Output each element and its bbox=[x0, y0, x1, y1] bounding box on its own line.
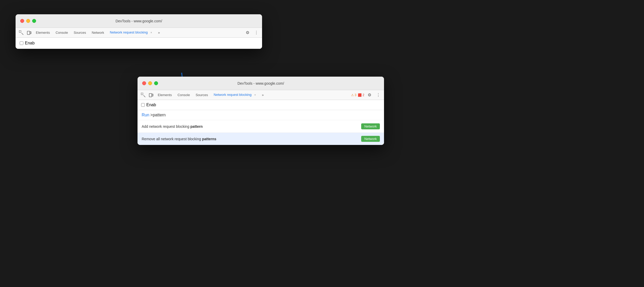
traffic-lights-1 bbox=[16, 19, 36, 23]
svg-rect-2 bbox=[30, 32, 31, 34]
minimize-button-1[interactable] bbox=[26, 19, 30, 23]
minimize-button-2[interactable] bbox=[148, 81, 152, 85]
device-icon-2[interactable] bbox=[147, 91, 155, 99]
traffic-lights-2 bbox=[138, 81, 158, 85]
run-label-2: Run bbox=[142, 113, 149, 117]
tab-elements-1[interactable]: Elements bbox=[33, 30, 52, 36]
tab-console-2[interactable]: Console bbox=[175, 92, 193, 98]
cmd-row-2[interactable]: Remove all network request blocking patt… bbox=[138, 133, 384, 145]
cmd-row-2-text: Remove all network request blocking patt… bbox=[142, 137, 359, 141]
tab-network-request-blocking-2[interactable]: Network request blocking × bbox=[211, 92, 260, 98]
tab-more-1[interactable]: » bbox=[156, 30, 161, 35]
svg-rect-6 bbox=[149, 94, 152, 97]
window-title-2: DevTools - www.google.com/ bbox=[237, 81, 284, 85]
more-button-2[interactable]: ⋮ bbox=[375, 91, 382, 99]
command-palette-2: Run >pattern Add network request blockin… bbox=[138, 110, 384, 145]
cmd-row-1[interactable]: Add network request blocking pattern Net… bbox=[138, 120, 384, 133]
devtools-window-1: DevTools - www.google.com/ Elements Cons… bbox=[16, 14, 262, 49]
tab-network-1[interactable]: Network bbox=[89, 30, 107, 36]
cmd-row-1-text: Add network request blocking pattern bbox=[142, 124, 359, 129]
tab-bar-2: Elements Console Sources Network request… bbox=[138, 90, 384, 100]
close-button-2[interactable] bbox=[142, 81, 146, 85]
tab-more-2[interactable]: » bbox=[260, 92, 265, 97]
enable-label-2: Enab bbox=[146, 103, 156, 107]
error-badge-2: 🟥 2 bbox=[358, 93, 364, 97]
tab-sources-1[interactable]: Sources bbox=[71, 30, 89, 36]
svg-rect-1 bbox=[27, 31, 30, 35]
maximize-button-1[interactable] bbox=[32, 19, 36, 23]
enable-checkbox-area-2: Enab bbox=[141, 103, 156, 107]
device-icon-1[interactable] bbox=[25, 29, 33, 36]
tab-bar-right-2: ⚠ 3 🟥 2 ⚙ ⋮ bbox=[351, 91, 382, 99]
enable-checkbox-2[interactable] bbox=[141, 103, 145, 107]
enable-checkbox-1[interactable] bbox=[20, 41, 23, 45]
error-count-2: 2 bbox=[362, 93, 364, 97]
title-bar-2: DevTools - www.google.com/ bbox=[138, 77, 384, 90]
inspect-icon-1[interactable] bbox=[18, 29, 25, 36]
tab-console-1[interactable]: Console bbox=[53, 30, 71, 36]
maximize-button-2[interactable] bbox=[154, 81, 158, 85]
cmd-row-1-badge: Network bbox=[361, 123, 380, 129]
enable-label-1: Enab bbox=[25, 41, 35, 45]
settings-button-1[interactable]: ⚙ bbox=[244, 29, 251, 36]
enable-checkbox-area-1: Enab bbox=[20, 41, 35, 45]
content-area-1: Enab bbox=[16, 38, 262, 49]
warning-count-2: 3 bbox=[355, 93, 357, 97]
devtools-window-2: DevTools - www.google.com/ Elements Cons… bbox=[138, 77, 384, 145]
content-area-2: Enab bbox=[138, 100, 384, 110]
tab-sources-2[interactable]: Sources bbox=[193, 92, 211, 98]
settings-button-2[interactable]: ⚙ bbox=[366, 91, 373, 99]
inspect-icon-2[interactable] bbox=[140, 91, 147, 99]
tab-bar-right-1: ⚙ ⋮ bbox=[244, 29, 260, 36]
svg-rect-0 bbox=[19, 31, 21, 32]
svg-rect-5 bbox=[141, 93, 143, 95]
warning-icon-2: ⚠ bbox=[351, 93, 354, 97]
svg-rect-7 bbox=[152, 94, 153, 96]
tab-network-request-blocking-1[interactable]: Network request blocking × bbox=[107, 29, 156, 36]
more-button-1[interactable]: ⋮ bbox=[253, 29, 260, 36]
tab-bar-1: Elements Console Sources Network Network… bbox=[16, 28, 262, 38]
error-icon-2: 🟥 bbox=[358, 93, 362, 97]
cmd-header-2: Run >pattern bbox=[138, 110, 384, 120]
tab-close-2[interactable]: × bbox=[253, 93, 257, 97]
cmd-row-2-badge: Network bbox=[361, 136, 380, 142]
warning-badge-2: ⚠ 3 bbox=[351, 93, 357, 97]
cmd-query-2: >pattern bbox=[150, 113, 166, 117]
window-title-1: DevTools - www.google.com/ bbox=[115, 19, 162, 23]
title-bar-1: DevTools - www.google.com/ bbox=[16, 14, 262, 28]
tab-elements-2[interactable]: Elements bbox=[155, 92, 174, 98]
close-button-1[interactable] bbox=[20, 19, 24, 23]
tab-close-1[interactable]: × bbox=[149, 31, 153, 35]
